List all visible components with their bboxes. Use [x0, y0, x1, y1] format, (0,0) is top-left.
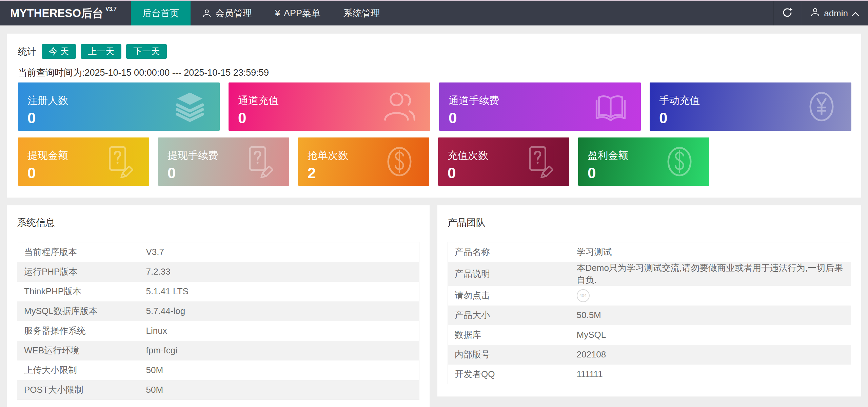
table-row: 运行PHP版本7.2.33: [17, 262, 419, 282]
range-button[interactable]: 上一天: [81, 44, 121, 59]
row-value: 111111: [570, 365, 851, 384]
table-row: 开发者QQ111111: [448, 365, 851, 384]
dollar-circle-icon: [662, 143, 697, 180]
product-team-panel: 产品团队 产品名称学习测试产品说明本Demo只为学习测试交流,请勿要做商业或者用…: [437, 205, 861, 396]
row-value: fpm-fcgi: [139, 341, 419, 360]
user-icon: [810, 7, 820, 20]
doc-question-icon: [243, 144, 277, 179]
stat-card: 通道手续费0: [439, 82, 641, 131]
yen-circle-icon: [804, 88, 839, 125]
stat-cards-row-1: 注册人数0 通道充值0 通道手续费0 手动充值0: [18, 82, 850, 131]
doc-question-icon: [523, 144, 557, 179]
stat-card: 通道充值0: [229, 82, 430, 131]
table-row: POST大小限制50M: [17, 380, 419, 400]
row-label: WEB运行环境: [17, 341, 139, 360]
book-icon: [593, 89, 629, 125]
admin-username: admin: [824, 8, 848, 19]
row-label: 运行PHP版本: [17, 262, 139, 282]
main-content: 统计 今 天上一天下一天 当前查询时间为:2025-10-15 00:00:00…: [0, 25, 868, 407]
table-row: 产品说明本Demo只为学习测试交流,请勿要做商业或者用于违法行为,一切后果自负.: [448, 262, 851, 286]
row-value: 5.7.44-log: [139, 301, 419, 321]
row-value: 50M: [139, 380, 419, 400]
table-row: WEB运行环境fpm-fcgi: [17, 341, 419, 360]
row-label: 服务器操作系统: [17, 321, 139, 341]
row-value: MySQL: [570, 325, 851, 345]
range-button[interactable]: 今 天: [42, 44, 76, 59]
chevron-up-icon: [852, 8, 859, 19]
table-row: 服务器操作系统Linux: [17, 321, 419, 341]
users-icon: [382, 89, 418, 125]
stats-label: 统计: [18, 45, 36, 58]
layers-icon: [172, 89, 208, 124]
stat-card: 抢单次数2: [298, 137, 429, 186]
row-label: 内部版号: [448, 345, 570, 365]
bottom-panels: 系统信息 当前程序版本V3.7运行PHP版本7.2.33ThinkPHP版本5.…: [7, 205, 861, 407]
stat-card: 提现金额0: [18, 137, 149, 186]
range-button-group: 今 天上一天下一天: [42, 44, 167, 59]
stats-panel: 统计 今 天上一天下一天 当前查询时间为:2025-10-15 00:00:00…: [7, 34, 861, 198]
nav-menu: 后台首页会员管理¥APP菜单系统管理: [131, 1, 392, 25]
row-value: 学习测试: [570, 242, 851, 262]
row-value: 7.2.33: [139, 262, 419, 282]
row-value: 50M: [139, 360, 419, 380]
stat-card: 注册人数0: [18, 82, 220, 131]
row-label: 数据库: [448, 325, 570, 345]
nav-item-会员管理[interactable]: 会员管理: [191, 1, 263, 25]
row-label: 产品大小: [448, 306, 570, 325]
app-logo-text: MYTHERESO后台: [10, 6, 103, 21]
system-info-table: 当前程序版本V3.7运行PHP版本7.2.33ThinkPHP版本5.1.41 …: [17, 242, 419, 400]
product-team-table: 产品名称学习测试产品说明本Demo只为学习测试交流,请勿要做商业或者用于违法行为…: [448, 242, 851, 384]
nav-item-label: 会员管理: [215, 7, 252, 19]
stat-card: 充值次数0: [438, 137, 569, 186]
table-row: 内部版号202108: [448, 345, 851, 365]
user-icon: [202, 8, 212, 18]
table-row: ThinkPHP版本5.1.41 LTS: [17, 282, 419, 301]
stat-card: 提现手续费0: [158, 137, 289, 186]
row-label: 开发者QQ: [448, 365, 570, 384]
row-label: 请勿点击: [448, 286, 570, 306]
row-label: 当前程序版本: [17, 242, 139, 262]
stats-header: 统计 今 天上一天下一天: [18, 44, 850, 59]
row-value: V3.7: [139, 242, 419, 262]
admin-menu[interactable]: admin: [801, 1, 868, 25]
row-value: 50.5M: [570, 306, 851, 325]
row-label: 产品说明: [448, 262, 570, 286]
stat-cards-row-2: 提现金额0 提现手续费0 抢单次数2 充值次数0 盈利金额0: [18, 137, 850, 186]
row-value: 404: [570, 286, 851, 306]
nav-item-label: APP菜单: [284, 7, 320, 19]
row-value: 5.1.41 LTS: [139, 282, 419, 301]
navbar: MYTHERESO后台 V3.7 后台首页会员管理¥APP菜单系统管理 admi…: [0, 1, 868, 25]
dollar-circle-icon: [382, 143, 417, 180]
table-row: 上传大小限制50M: [17, 360, 419, 380]
query-time-text: 当前查询时间为:2025-10-15 00:00:00 --- 2025-10-…: [18, 67, 850, 79]
row-value: 202108: [570, 345, 851, 365]
nav-item-APP菜单[interactable]: ¥APP菜单: [263, 1, 332, 25]
nav-spacer: [392, 1, 773, 25]
row-value: 本Demo只为学习测试交流,请勿要做商业或者用于违法行为,一切后果自负.: [570, 262, 851, 286]
broken-image-404-badge[interactable]: 404: [577, 289, 590, 302]
nav-item-后台首页[interactable]: 后台首页: [131, 1, 191, 25]
app-logo: MYTHERESO后台 V3.7: [0, 1, 131, 25]
refresh-button[interactable]: [773, 1, 801, 25]
nav-item-label: 后台首页: [142, 7, 179, 19]
stat-card: 手动充值0: [650, 82, 851, 131]
nav-item-label: 系统管理: [343, 7, 380, 19]
table-row: 请勿点击404: [448, 286, 851, 306]
doc-question-icon: [103, 144, 137, 179]
system-info-panel: 系统信息 当前程序版本V3.7运行PHP版本7.2.33ThinkPHP版本5.…: [7, 205, 430, 407]
stat-card: 盈利金额0: [578, 137, 709, 186]
refresh-icon: [782, 7, 793, 20]
row-label: 上传大小限制: [17, 360, 139, 380]
product-team-title: 产品团队: [448, 216, 851, 229]
system-info-title: 系统信息: [17, 216, 419, 229]
table-row: 产品名称学习测试: [448, 242, 851, 262]
table-row: 数据库MySQL: [448, 325, 851, 345]
row-value: Linux: [139, 321, 419, 341]
row-label: MySQL数据库版本: [17, 301, 139, 321]
table-row: 当前程序版本V3.7: [17, 242, 419, 262]
app-version: V3.7: [105, 6, 117, 12]
table-row: 产品大小50.5M: [448, 306, 851, 325]
yen-icon: ¥: [275, 8, 280, 19]
nav-item-系统管理[interactable]: 系统管理: [332, 1, 392, 25]
range-button[interactable]: 下一天: [126, 44, 167, 59]
